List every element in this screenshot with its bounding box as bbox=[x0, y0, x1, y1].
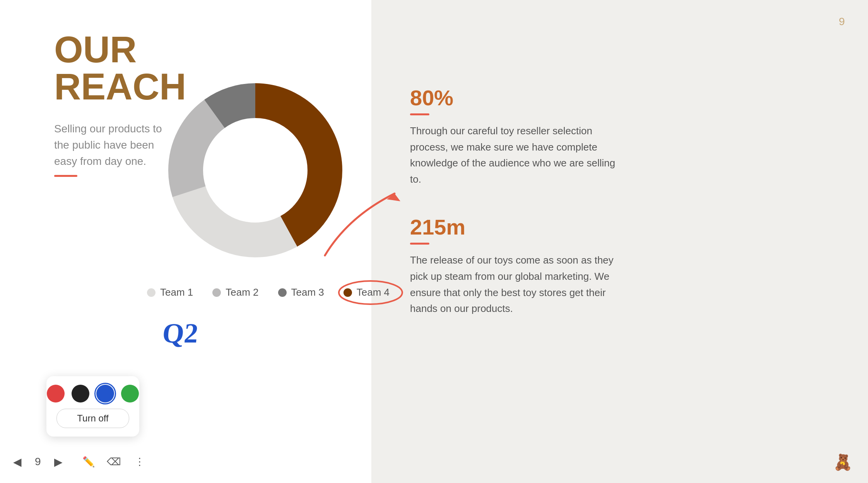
stat-number-2: 215m bbox=[410, 214, 837, 240]
color-dot-green[interactable] bbox=[121, 385, 139, 402]
legend-dot-team2 bbox=[212, 288, 221, 297]
next-button[interactable]: ▶ bbox=[49, 452, 68, 471]
legend-label-team1: Team 1 bbox=[160, 286, 193, 298]
page-number-bottom: 9 bbox=[35, 456, 41, 468]
subtitle-underline bbox=[54, 175, 77, 177]
toolbar-icons: ✏️ ⌫ ⋮ bbox=[80, 453, 149, 471]
color-picker-popup: Turn off bbox=[46, 376, 139, 437]
stat-block-2: 215m The release of our toys come as soo… bbox=[410, 214, 837, 317]
prev-button[interactable]: ◀ bbox=[8, 452, 27, 471]
legend-dot-team4 bbox=[343, 288, 352, 297]
legend-item-team1: Team 1 bbox=[147, 286, 193, 298]
right-panel: 9 80% Through our careful toy reseller s… bbox=[371, 0, 868, 483]
legend-item-team4: Team 4 bbox=[343, 286, 390, 298]
stat-underline-2 bbox=[410, 243, 429, 245]
draw-icon[interactable]: ✏️ bbox=[80, 453, 97, 471]
q2-label: Q2 bbox=[161, 317, 199, 349]
donut-svg bbox=[155, 70, 356, 271]
page-number: 9 bbox=[839, 15, 845, 28]
legend-dot-team3 bbox=[278, 288, 287, 297]
stat-desc-2: The release of our toys come as soon as … bbox=[410, 252, 627, 317]
turn-off-button[interactable]: Turn off bbox=[56, 409, 129, 428]
more-icon[interactable]: ⋮ bbox=[131, 453, 149, 471]
legend-item-team2: Team 2 bbox=[212, 286, 258, 298]
color-dot-black[interactable] bbox=[72, 385, 89, 402]
color-dot-red[interactable] bbox=[47, 385, 65, 402]
legend-label-team2: Team 2 bbox=[226, 286, 258, 298]
stat-block-1: 80% Through our careful toy reseller sel… bbox=[410, 85, 837, 187]
legend-item-team3: Team 3 bbox=[278, 286, 324, 298]
donut-chart bbox=[147, 62, 364, 279]
bottom-toolbar: ◀ 9 ▶ ✏️ ⌫ ⋮ bbox=[8, 452, 860, 471]
legend-dot-team1 bbox=[147, 288, 155, 297]
stat-desc-1: Through our careful toy reseller selecti… bbox=[410, 123, 627, 187]
chart-legend: Team 1 Team 2 Team 3 Team 4 bbox=[147, 286, 390, 298]
donut-center bbox=[203, 118, 307, 222]
legend-label-team3: Team 3 bbox=[291, 286, 324, 298]
stat-number-1: 80% bbox=[410, 85, 837, 110]
stat-underline-1 bbox=[410, 113, 429, 115]
color-dots-row bbox=[47, 385, 139, 402]
legend-label-team4: Team 4 bbox=[357, 286, 390, 298]
erase-icon[interactable]: ⌫ bbox=[105, 453, 123, 471]
color-dot-blue[interactable] bbox=[96, 385, 114, 402]
